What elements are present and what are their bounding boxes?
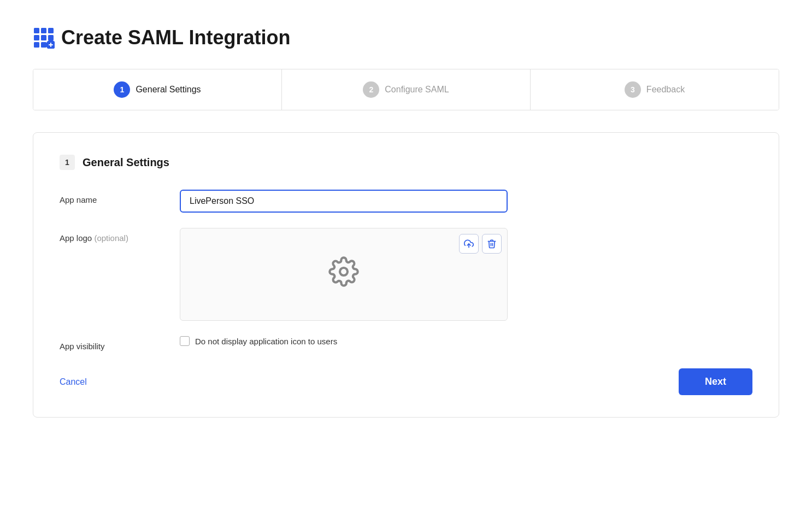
grid-plus-icon bbox=[33, 27, 55, 49]
cancel-button[interactable]: Cancel bbox=[60, 377, 87, 387]
logo-upload-buttons bbox=[459, 234, 502, 254]
app-visibility-row: App visibility Do not display applicatio… bbox=[60, 336, 752, 351]
svg-rect-10 bbox=[50, 43, 51, 47]
visibility-checkbox-row: Do not display application icon to users bbox=[180, 336, 508, 346]
step-2-circle: 2 bbox=[363, 81, 379, 98]
app-logo-field bbox=[180, 228, 508, 321]
delete-button[interactable] bbox=[482, 234, 502, 254]
svg-rect-6 bbox=[34, 42, 39, 48]
app-name-row: App name bbox=[60, 190, 752, 213]
step-2-label: Configure SAML bbox=[385, 85, 449, 95]
svg-rect-5 bbox=[48, 35, 54, 40]
app-name-input[interactable] bbox=[180, 190, 508, 213]
step-3-circle: 3 bbox=[625, 81, 641, 98]
step-3-label: Feedback bbox=[646, 85, 685, 95]
app-name-field bbox=[180, 190, 508, 213]
step-1-circle: 1 bbox=[114, 81, 130, 98]
app-logo-row: App logo (optional) bbox=[60, 228, 752, 321]
form-footer: Cancel Next bbox=[60, 368, 752, 395]
step-1-label: General Settings bbox=[136, 85, 201, 95]
app-logo-label: App logo (optional) bbox=[60, 228, 180, 243]
section-title: General Settings bbox=[83, 156, 169, 169]
section-header: 1 General Settings bbox=[60, 155, 752, 170]
upload-button[interactable] bbox=[459, 234, 479, 254]
step-3[interactable]: 3 Feedback bbox=[531, 69, 779, 110]
app-name-label: App name bbox=[60, 190, 180, 204]
svg-rect-0 bbox=[34, 28, 39, 33]
visibility-checkbox[interactable] bbox=[180, 336, 190, 346]
app-visibility-label: App visibility bbox=[60, 336, 180, 351]
svg-rect-2 bbox=[48, 28, 54, 33]
svg-rect-3 bbox=[34, 35, 39, 40]
visibility-checkbox-label: Do not display application icon to users bbox=[195, 337, 337, 346]
main-card: 1 General Settings App name App logo (op… bbox=[33, 132, 779, 418]
logo-upload-area[interactable] bbox=[180, 228, 508, 321]
svg-rect-7 bbox=[41, 42, 46, 48]
steps-bar: 1 General Settings 2 Configure SAML 3 Fe… bbox=[33, 69, 779, 110]
step-1[interactable]: 1 General Settings bbox=[33, 69, 282, 110]
svg-rect-4 bbox=[41, 35, 46, 40]
section-number: 1 bbox=[60, 155, 75, 170]
svg-point-12 bbox=[340, 268, 348, 275]
app-visibility-field: Do not display application icon to users bbox=[180, 336, 508, 346]
page-title: Create SAML Integration bbox=[61, 26, 290, 49]
next-button[interactable]: Next bbox=[679, 368, 752, 395]
gear-icon bbox=[328, 256, 359, 293]
svg-rect-1 bbox=[41, 28, 46, 33]
step-2[interactable]: 2 Configure SAML bbox=[282, 69, 531, 110]
